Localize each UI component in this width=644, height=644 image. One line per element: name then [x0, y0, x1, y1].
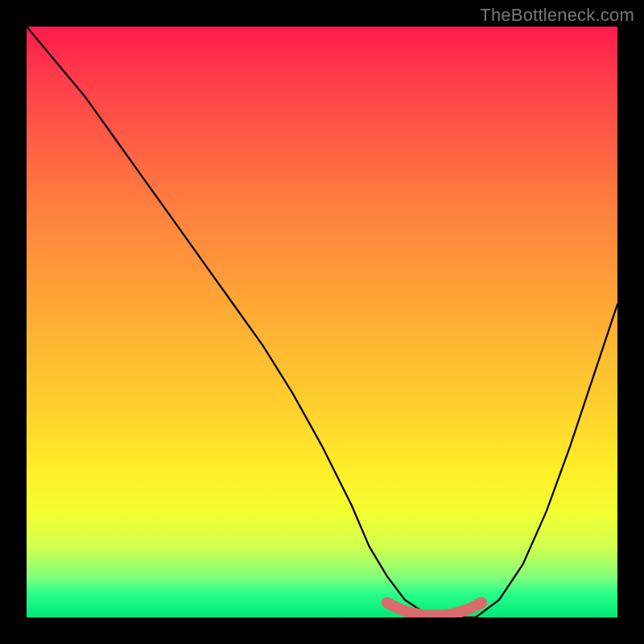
chart-svg: [27, 27, 617, 617]
plot-area: [27, 27, 617, 617]
series-curve: [27, 27, 617, 617]
series-valley-marker: [387, 603, 482, 616]
watermark-text: TheBottleneck.com: [480, 5, 634, 26]
chart-frame: TheBottleneck.com: [0, 0, 644, 644]
